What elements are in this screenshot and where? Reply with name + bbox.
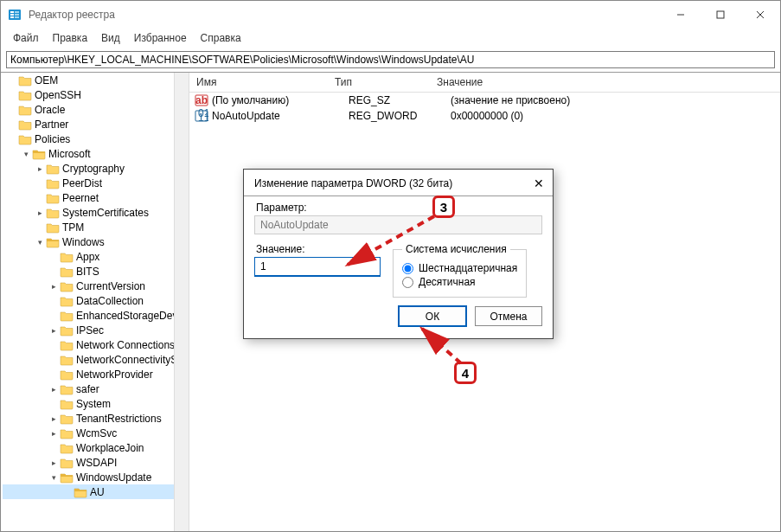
folder-icon <box>18 89 32 101</box>
folder-icon <box>60 295 74 307</box>
tree-item[interactable]: Oracle <box>3 102 189 117</box>
tree-item[interactable]: ▾ WindowsUpdate <box>3 470 189 484</box>
tree-item[interactable]: Appx <box>3 249 189 264</box>
folder-icon <box>60 354 74 366</box>
tree-twisty[interactable]: ▸ <box>48 282 60 291</box>
folder-icon <box>46 192 60 204</box>
tree-label: WindowsUpdate <box>76 471 151 484</box>
tree-item[interactable]: NetworkConnectivityStat <box>3 352 189 367</box>
tree-item[interactable]: ▸ WSDAPI <box>3 455 189 470</box>
tree-twisty[interactable]: ▾ <box>20 150 32 158</box>
folder-icon <box>18 104 32 116</box>
tree-item[interactable]: ▾ Windows <box>3 234 189 249</box>
tree-twisty[interactable]: ▸ <box>48 429 60 438</box>
tree-item[interactable]: TPM <box>3 220 189 234</box>
column-value[interactable]: Значение <box>430 74 780 91</box>
tree-item[interactable]: Network Connections <box>3 337 189 352</box>
value-icon: ab <box>195 93 208 107</box>
tree-item[interactable]: OEM <box>3 73 189 87</box>
menu-file[interactable]: Файл <box>6 30 46 46</box>
menu-favorites[interactable]: Избранное <box>127 30 194 46</box>
tree-item[interactable]: ▸ CurrentVersion <box>3 279 189 293</box>
tree-twisty[interactable]: ▸ <box>48 458 60 467</box>
dialog-titlebar[interactable]: Изменение параметра DWORD (32 бита) ✕ <box>244 170 553 195</box>
radio-dec-input[interactable] <box>402 277 413 288</box>
tree-item[interactable]: System <box>3 396 189 411</box>
tree-item[interactable]: PeerDist <box>3 176 189 190</box>
cell-value: 0x00000000 (0) <box>444 110 780 122</box>
folder-icon <box>46 163 60 175</box>
svg-rect-4 <box>15 11 19 13</box>
callout-3: 3 <box>432 195 455 218</box>
tree-item[interactable]: DataCollection <box>3 293 189 308</box>
tree-item[interactable]: ▾ Microsoft <box>3 146 189 161</box>
tree-twisty[interactable]: ▸ <box>48 385 60 394</box>
tree-item[interactable]: Peernet <box>3 190 189 205</box>
column-name[interactable]: Имя <box>189 74 328 91</box>
tree-label: IPSec <box>76 324 104 337</box>
tree-pane[interactable]: OEM OpenSSH Oracle Partner Policies▾ Mic… <box>1 73 189 531</box>
dialog-close-button[interactable]: ✕ <box>534 176 544 190</box>
base-legend: Система исчисления <box>402 243 510 255</box>
tree-label: OpenSSH <box>35 89 81 101</box>
tree-label: SystemCertificates <box>62 207 149 219</box>
radio-dec[interactable]: Десятичная <box>402 276 517 288</box>
folder-icon <box>74 486 87 498</box>
tree-twisty[interactable]: ▸ <box>34 208 46 217</box>
tree-item[interactable]: Partner <box>3 117 189 131</box>
tree-item[interactable]: NetworkProvider <box>3 367 189 381</box>
tree-item[interactable]: ▸ SystemCertificates <box>3 205 189 220</box>
tree-twisty[interactable]: ▾ <box>48 473 60 482</box>
tree-scrollbar[interactable] <box>174 73 189 531</box>
tree-label: NetworkConnectivityStat <box>76 354 189 366</box>
tree-item[interactable]: AU <box>3 484 189 499</box>
minimize-button[interactable] <box>661 1 701 29</box>
tree-item[interactable]: BITS <box>3 264 189 279</box>
folder-icon <box>60 310 74 322</box>
tree-twisty[interactable]: ▸ <box>48 326 60 335</box>
folder-icon <box>60 427 74 439</box>
folder-icon <box>60 457 74 469</box>
cell-type: REG_DWORD <box>342 110 444 122</box>
tree-label: AU <box>90 486 105 498</box>
address-bar[interactable]: Компьютер\HKEY_LOCAL_MACHINE\SOFTWARE\Po… <box>6 51 775 68</box>
tree-item[interactable]: ▸ Cryptography <box>3 161 189 176</box>
radio-dec-label: Десятичная <box>419 276 476 288</box>
cancel-button[interactable]: Отмена <box>475 306 542 326</box>
tree-item[interactable]: ▸ safer <box>3 381 189 396</box>
folder-icon <box>46 236 60 248</box>
tree-item[interactable]: OpenSSH <box>3 87 189 102</box>
tree-twisty[interactable]: ▸ <box>34 164 46 173</box>
tree-label: Appx <box>76 251 99 263</box>
regedit-icon <box>8 8 22 22</box>
tree-twisty[interactable]: ▸ <box>48 414 60 423</box>
value-input[interactable] <box>254 257 381 277</box>
tree-item[interactable]: EnhancedStorageDevices <box>3 308 189 323</box>
radio-hex[interactable]: Шестнадцатеричная <box>402 262 517 274</box>
cell-name: (По умолчанию) <box>212 94 342 106</box>
folder-icon <box>18 119 32 131</box>
menu-help[interactable]: Справка <box>194 30 248 46</box>
tree-item[interactable]: ▸ WcmSvc <box>3 426 189 440</box>
maximize-button[interactable] <box>701 1 740 29</box>
tree-item[interactable]: Policies <box>3 131 189 146</box>
list-row[interactable]: ab (По умолчанию) REG_SZ (значение не пр… <box>189 93 780 108</box>
tree-label: TenantRestrictions <box>76 413 162 425</box>
folder-icon <box>46 221 60 234</box>
ok-button[interactable]: ОК <box>399 306 466 326</box>
tree-twisty[interactable]: ▾ <box>34 238 46 247</box>
tree-item[interactable]: ▸ TenantRestrictions <box>3 411 189 426</box>
tree-item[interactable]: WorkplaceJoin <box>3 440 189 455</box>
tree-item[interactable]: ▸ IPSec <box>3 323 189 337</box>
param-name-field: NoAutoUpdate <box>254 215 542 234</box>
folder-icon <box>60 266 74 278</box>
list-row[interactable]: 011 110 NoAutoUpdate REG_DWORD 0x0000000… <box>189 108 780 124</box>
menu-view[interactable]: Вид <box>94 30 127 46</box>
cell-value: (значение не присвоено) <box>444 94 780 106</box>
radio-hex-input[interactable] <box>402 263 413 274</box>
cell-name: NoAutoUpdate <box>212 110 342 122</box>
menu-edit[interactable]: Правка <box>46 30 95 46</box>
tree-label: EnhancedStorageDevices <box>76 310 189 322</box>
close-button[interactable] <box>740 1 780 29</box>
column-type[interactable]: Тип <box>328 74 430 91</box>
